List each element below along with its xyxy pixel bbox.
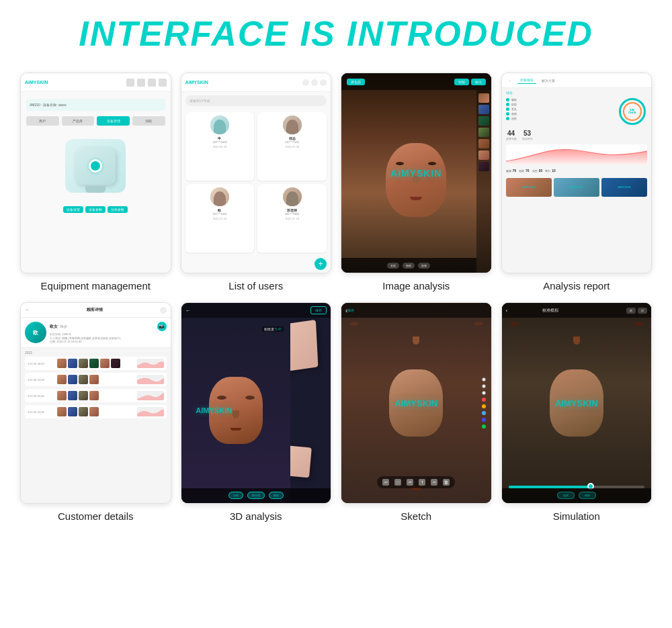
ar-tab-skin[interactable]: 护肤报告: [517, 77, 536, 84]
user-card-0[interactable]: 申 138****3438 2022-06-28: [185, 112, 255, 181]
sk-dot-red[interactable]: [482, 398, 486, 402]
ia-top-bar: 衰化面 智能 标注: [341, 73, 491, 90]
td-btn-lines[interactable]: 标注线: [247, 492, 265, 499]
ar-total-score: 53 综合评分: [522, 130, 533, 140]
ia-side-img-4[interactable]: [478, 139, 489, 148]
eq-tabs: 用户 产品库 设备管理 消耗: [26, 116, 165, 126]
sk-dot-orange[interactable]: [482, 404, 486, 408]
sim-btn-restore[interactable]: 还原: [557, 492, 575, 499]
cd-history: 2022 1.07-26 18:22: [21, 348, 171, 502]
screenshot-image-analysis: 衰化面 智能 标注: [341, 73, 492, 273]
ia-btn-annotate[interactable]: 标注: [471, 79, 486, 85]
cd-top-bar: ← 顾客详情: [21, 303, 171, 318]
add-user-fab[interactable]: +: [314, 258, 327, 270]
grid-item-report: ← 护肤报告 解决方案 综合 皱纹 痘痘: [501, 73, 653, 291]
grid-item-simulation: ‹ 校准模拟 前 后 AIM: [501, 302, 653, 521]
ar-item-wrinkle: 皱纹: [506, 98, 615, 101]
ia-btn-vessels[interactable]: 血管: [418, 263, 430, 269]
td-back-icon[interactable]: ←: [185, 308, 191, 314]
sk-tool-text[interactable]: T: [419, 479, 425, 486]
td-roughness-label: 粗糙度 5.47: [262, 326, 284, 332]
user-card-1[interactable]: 郑总 135****5435 2022-07-08: [257, 112, 327, 181]
td-btn-analysis[interactable]: 分析: [228, 492, 243, 499]
ar-stat-vitality2: 活性 93: [532, 169, 543, 173]
sk-tool-rect[interactable]: □: [394, 479, 401, 486]
sk-tool-crop[interactable]: ✂: [431, 479, 437, 486]
td-bottom-bar: 分析 标注线 数据: [181, 488, 331, 503]
ar-thumb-blue[interactable]: AIMYSKIN: [554, 178, 599, 197]
ia-btn-smart[interactable]: 智能: [454, 79, 469, 85]
btn-device-params[interactable]: 设备参数: [85, 206, 106, 213]
eq-tab-consume[interactable]: 消耗: [132, 116, 165, 126]
sk-save-button[interactable]: 保存: [347, 308, 354, 312]
cd-session-3[interactable]: 1.07-26 13:34: [25, 405, 167, 418]
cd-session-2[interactable]: 1.07-26 15:44: [25, 389, 167, 402]
sk-dot-white2[interactable]: [482, 384, 486, 388]
sk-dot-white[interactable]: [482, 377, 486, 382]
eq-tab-users[interactable]: 用户: [26, 116, 59, 126]
ar-stat-elasticity: 弹力 10: [545, 169, 556, 173]
sim-back-icon[interactable]: ‹: [506, 308, 508, 314]
cd-profile-section: 欧 欧女 36岁 📷 出生年份: 1986 年: [21, 318, 171, 348]
sk-dot-green[interactable]: [482, 424, 486, 429]
cd-title: 顾客详情: [30, 307, 160, 313]
screenshot-customer: ← 顾客详情 欧 欧女 36岁 📷: [20, 302, 171, 503]
cd-camera-icon[interactable]: 📷: [157, 322, 167, 331]
grid-item-sketch: ‹ 保存 AIMYSKIN: [341, 302, 492, 521]
eq-tab-device[interactable]: 设备管理: [97, 116, 130, 126]
ia-side-img-0[interactable]: [478, 93, 489, 103]
ar-thumb-normal[interactable]: AIMYSKIN: [506, 178, 552, 197]
sim-btn-before[interactable]: 前: [626, 308, 636, 314]
sk-tool-delete[interactable]: 🗑: [443, 479, 450, 486]
sk-dot-blue[interactable]: [482, 418, 486, 422]
btn-biz-params[interactable]: 业务参数: [108, 206, 128, 213]
sk-dot-white3[interactable]: [482, 391, 486, 395]
td-btn-data[interactable]: 数据: [269, 492, 284, 499]
user-phone-2: 135****5435: [212, 212, 227, 216]
user-date-2: 2022-07-26: [213, 217, 226, 220]
user-avatar-3: [283, 187, 302, 206]
cd-back-icon[interactable]: ←: [25, 307, 30, 313]
sim-top-bar: ‹ 校准模拟 前 后: [502, 303, 652, 318]
ar-content: 综合 皱纹 痘痘 毛孔: [502, 88, 652, 273]
user-avatar-0: [210, 116, 229, 134]
sk-color-palette: [482, 377, 486, 429]
ar-stat-spot2: 色斑 70: [519, 169, 530, 173]
ia-side-img-3[interactable]: [478, 128, 489, 137]
user-card-3[interactable]: 苏老师 186****6803 2022-07-18: [257, 184, 327, 253]
ia-watermark: AIMYSKIN: [390, 168, 442, 179]
btn-device-settings[interactable]: 设备设置: [63, 206, 83, 213]
sim-btn-save[interactable]: 保存: [579, 492, 596, 499]
ar-tab-solution[interactable]: 解决方案: [539, 77, 558, 84]
sk-face-area: AIMYSKIN: [341, 303, 491, 502]
eq-action-buttons: 设备设置 设备参数 业务参数: [26, 206, 165, 213]
ia-btn-spots[interactable]: 色斑: [403, 263, 415, 269]
user-search-bar[interactable]: 搜索用户/手机: [185, 95, 327, 106]
sim-bottom-bar: 还原 保存: [502, 488, 652, 503]
search-placeholder: 搜索用户/手机: [190, 99, 210, 103]
ia-btn-mode[interactable]: 衰化面: [347, 79, 365, 85]
sim-btn-after[interactable]: 后: [638, 308, 647, 314]
user-card-2[interactable]: 欧 135****5435 2022-07-26: [185, 184, 255, 253]
grid-item-equipment: AIMYSKIN AM210 - 设备名称: aisox: [20, 73, 171, 291]
device-stand: [85, 186, 106, 193]
cd-delete-icon[interactable]: [160, 307, 167, 314]
sk-tool-undo[interactable]: ↩: [382, 479, 389, 486]
cd-session-1[interactable]: 1.07-26 13:28: [25, 373, 167, 386]
ia-side-img-5[interactable]: [478, 150, 489, 160]
sk-tool-pen[interactable]: ✏: [407, 479, 413, 486]
sim-title: 校准模拟: [542, 308, 558, 314]
sk-dot-lightblue[interactable]: [482, 411, 486, 415]
ia-side-img-6[interactable]: [478, 162, 489, 171]
eq-tab-products[interactable]: 产品库: [62, 116, 95, 126]
cd-session-0[interactable]: 1.07-26 18:22: [25, 357, 167, 370]
grid-item-3d: ← 保存 粗糙度 5.47: [181, 302, 332, 521]
ia-side-img-2[interactable]: [478, 116, 489, 126]
ar-thumb-uv[interactable]: AIMYSKIN: [601, 178, 647, 197]
td-save-button[interactable]: 保存: [310, 306, 327, 314]
user-avatar-2: [210, 187, 229, 206]
ia-btn-acne[interactable]: 去痘: [387, 263, 399, 269]
ia-side-img-1[interactable]: [478, 105, 489, 114]
sk-tools-bar: ↩ □ ✏ T ✂ 🗑: [377, 476, 455, 488]
screenshot-equipment: AIMYSKIN AM210 - 设备名称: aisox: [20, 73, 171, 273]
